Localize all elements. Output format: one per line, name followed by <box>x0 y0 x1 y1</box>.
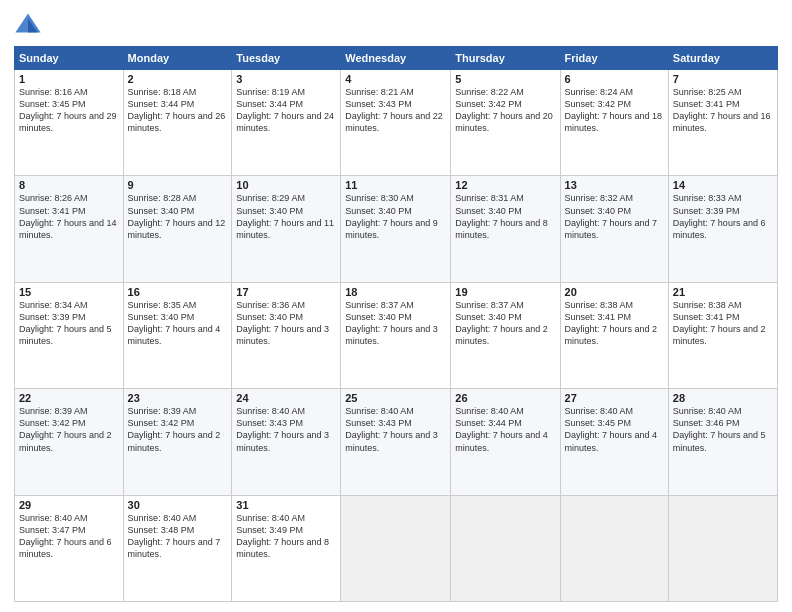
day-number: 5 <box>455 73 555 85</box>
sunset-label: Sunset: 3:40 PM <box>128 312 195 322</box>
day-info: Sunrise: 8:31 AM Sunset: 3:40 PM Dayligh… <box>455 192 555 241</box>
calendar-cell: 10 Sunrise: 8:29 AM Sunset: 3:40 PM Dayl… <box>232 176 341 282</box>
daylight-label: Daylight: 7 hours and 3 minutes. <box>236 324 329 346</box>
sunrise-label: Sunrise: 8:40 AM <box>236 513 305 523</box>
daylight-label: Daylight: 7 hours and 12 minutes. <box>128 218 226 240</box>
day-number: 17 <box>236 286 336 298</box>
calendar-cell: 12 Sunrise: 8:31 AM Sunset: 3:40 PM Dayl… <box>451 176 560 282</box>
day-info: Sunrise: 8:39 AM Sunset: 3:42 PM Dayligh… <box>128 405 228 454</box>
day-info: Sunrise: 8:29 AM Sunset: 3:40 PM Dayligh… <box>236 192 336 241</box>
sunset-label: Sunset: 3:42 PM <box>565 99 632 109</box>
calendar-cell: 22 Sunrise: 8:39 AM Sunset: 3:42 PM Dayl… <box>15 389 124 495</box>
day-number: 8 <box>19 179 119 191</box>
sunrise-label: Sunrise: 8:37 AM <box>455 300 524 310</box>
day-info: Sunrise: 8:40 AM Sunset: 3:48 PM Dayligh… <box>128 512 228 561</box>
sunrise-label: Sunrise: 8:25 AM <box>673 87 742 97</box>
day-info: Sunrise: 8:25 AM Sunset: 3:41 PM Dayligh… <box>673 86 773 135</box>
sunset-label: Sunset: 3:40 PM <box>565 206 632 216</box>
sunset-label: Sunset: 3:40 PM <box>345 312 412 322</box>
sunset-label: Sunset: 3:41 PM <box>673 312 740 322</box>
sunset-label: Sunset: 3:48 PM <box>128 525 195 535</box>
day-info: Sunrise: 8:40 AM Sunset: 3:49 PM Dayligh… <box>236 512 336 561</box>
day-number: 19 <box>455 286 555 298</box>
sunset-label: Sunset: 3:41 PM <box>673 99 740 109</box>
day-number: 12 <box>455 179 555 191</box>
daylight-label: Daylight: 7 hours and 2 minutes. <box>128 430 221 452</box>
weekday-header-tuesday: Tuesday <box>232 47 341 70</box>
day-number: 24 <box>236 392 336 404</box>
day-number: 31 <box>236 499 336 511</box>
day-info: Sunrise: 8:40 AM Sunset: 3:44 PM Dayligh… <box>455 405 555 454</box>
daylight-label: Daylight: 7 hours and 5 minutes. <box>19 324 112 346</box>
calendar-cell: 14 Sunrise: 8:33 AM Sunset: 3:39 PM Dayl… <box>668 176 777 282</box>
daylight-label: Daylight: 7 hours and 22 minutes. <box>345 111 443 133</box>
daylight-label: Daylight: 7 hours and 4 minutes. <box>455 430 548 452</box>
daylight-label: Daylight: 7 hours and 6 minutes. <box>19 537 112 559</box>
calendar-cell <box>451 495 560 601</box>
calendar-week-row: 8 Sunrise: 8:26 AM Sunset: 3:41 PM Dayli… <box>15 176 778 282</box>
day-number: 2 <box>128 73 228 85</box>
day-number: 15 <box>19 286 119 298</box>
day-info: Sunrise: 8:40 AM Sunset: 3:45 PM Dayligh… <box>565 405 664 454</box>
calendar-cell: 19 Sunrise: 8:37 AM Sunset: 3:40 PM Dayl… <box>451 282 560 388</box>
day-number: 18 <box>345 286 446 298</box>
calendar-cell: 23 Sunrise: 8:39 AM Sunset: 3:42 PM Dayl… <box>123 389 232 495</box>
daylight-label: Daylight: 7 hours and 11 minutes. <box>236 218 334 240</box>
calendar-cell: 11 Sunrise: 8:30 AM Sunset: 3:40 PM Dayl… <box>341 176 451 282</box>
sunrise-label: Sunrise: 8:40 AM <box>673 406 742 416</box>
sunrise-label: Sunrise: 8:40 AM <box>565 406 634 416</box>
daylight-label: Daylight: 7 hours and 26 minutes. <box>128 111 226 133</box>
calendar-cell: 3 Sunrise: 8:19 AM Sunset: 3:44 PM Dayli… <box>232 70 341 176</box>
sunrise-label: Sunrise: 8:39 AM <box>19 406 88 416</box>
day-info: Sunrise: 8:28 AM Sunset: 3:40 PM Dayligh… <box>128 192 228 241</box>
sunrise-label: Sunrise: 8:16 AM <box>19 87 88 97</box>
day-number: 7 <box>673 73 773 85</box>
day-number: 27 <box>565 392 664 404</box>
sunrise-label: Sunrise: 8:40 AM <box>236 406 305 416</box>
day-info: Sunrise: 8:18 AM Sunset: 3:44 PM Dayligh… <box>128 86 228 135</box>
calendar-cell: 26 Sunrise: 8:40 AM Sunset: 3:44 PM Dayl… <box>451 389 560 495</box>
sunset-label: Sunset: 3:39 PM <box>673 206 740 216</box>
daylight-label: Daylight: 7 hours and 24 minutes. <box>236 111 334 133</box>
calendar-cell <box>560 495 668 601</box>
sunrise-label: Sunrise: 8:34 AM <box>19 300 88 310</box>
calendar-cell <box>341 495 451 601</box>
day-info: Sunrise: 8:36 AM Sunset: 3:40 PM Dayligh… <box>236 299 336 348</box>
sunset-label: Sunset: 3:44 PM <box>455 418 522 428</box>
weekday-header-thursday: Thursday <box>451 47 560 70</box>
calendar-cell: 16 Sunrise: 8:35 AM Sunset: 3:40 PM Dayl… <box>123 282 232 388</box>
daylight-label: Daylight: 7 hours and 7 minutes. <box>128 537 221 559</box>
weekday-header-sunday: Sunday <box>15 47 124 70</box>
daylight-label: Daylight: 7 hours and 5 minutes. <box>673 430 766 452</box>
daylight-label: Daylight: 7 hours and 8 minutes. <box>455 218 548 240</box>
weekday-header-saturday: Saturday <box>668 47 777 70</box>
day-number: 16 <box>128 286 228 298</box>
sunrise-label: Sunrise: 8:32 AM <box>565 193 634 203</box>
day-number: 23 <box>128 392 228 404</box>
day-number: 29 <box>19 499 119 511</box>
sunset-label: Sunset: 3:41 PM <box>565 312 632 322</box>
sunrise-label: Sunrise: 8:40 AM <box>19 513 88 523</box>
sunset-label: Sunset: 3:40 PM <box>345 206 412 216</box>
daylight-label: Daylight: 7 hours and 4 minutes. <box>565 430 658 452</box>
logo-icon <box>14 10 42 38</box>
day-info: Sunrise: 8:32 AM Sunset: 3:40 PM Dayligh… <box>565 192 664 241</box>
calendar-cell: 18 Sunrise: 8:37 AM Sunset: 3:40 PM Dayl… <box>341 282 451 388</box>
sunrise-label: Sunrise: 8:22 AM <box>455 87 524 97</box>
daylight-label: Daylight: 7 hours and 9 minutes. <box>345 218 438 240</box>
weekday-header-monday: Monday <box>123 47 232 70</box>
sunset-label: Sunset: 3:47 PM <box>19 525 86 535</box>
sunrise-label: Sunrise: 8:40 AM <box>345 406 414 416</box>
day-number: 14 <box>673 179 773 191</box>
sunset-label: Sunset: 3:45 PM <box>565 418 632 428</box>
day-info: Sunrise: 8:40 AM Sunset: 3:43 PM Dayligh… <box>345 405 446 454</box>
sunrise-label: Sunrise: 8:24 AM <box>565 87 634 97</box>
day-info: Sunrise: 8:19 AM Sunset: 3:44 PM Dayligh… <box>236 86 336 135</box>
daylight-label: Daylight: 7 hours and 2 minutes. <box>673 324 766 346</box>
day-info: Sunrise: 8:37 AM Sunset: 3:40 PM Dayligh… <box>345 299 446 348</box>
calendar-cell: 30 Sunrise: 8:40 AM Sunset: 3:48 PM Dayl… <box>123 495 232 601</box>
daylight-label: Daylight: 7 hours and 7 minutes. <box>565 218 658 240</box>
day-number: 20 <box>565 286 664 298</box>
sunset-label: Sunset: 3:45 PM <box>19 99 86 109</box>
day-info: Sunrise: 8:34 AM Sunset: 3:39 PM Dayligh… <box>19 299 119 348</box>
